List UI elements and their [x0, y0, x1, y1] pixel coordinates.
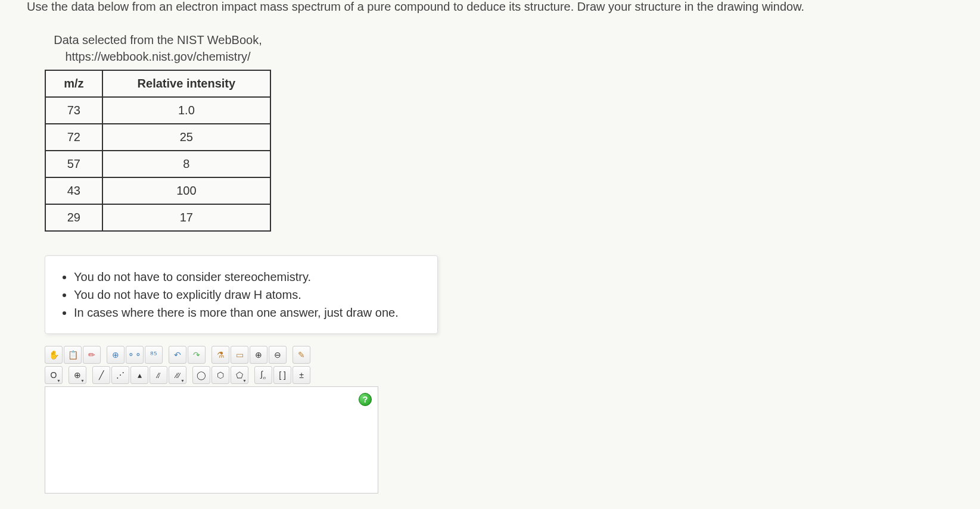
ring-icon: ◯: [197, 370, 206, 380]
cell-ri: 1.0: [102, 97, 270, 124]
table-row: 43 100: [45, 177, 270, 204]
erase-button[interactable]: ✏: [83, 346, 101, 364]
dotted-bond-button[interactable]: ⋰: [111, 366, 129, 384]
hand-icon: ✋: [49, 350, 59, 360]
cell-ri: 8: [102, 151, 270, 177]
clean-button[interactable]: ✎: [293, 346, 310, 364]
single-bond-button[interactable]: ╱: [92, 366, 110, 384]
instructions-box: You do not have to consider stereochemis…: [45, 255, 438, 334]
table-row: 73 1.0: [45, 97, 270, 124]
help-icon: ?: [363, 395, 368, 404]
wedge-bond-button[interactable]: ▴: [130, 366, 148, 384]
zoom-out-button[interactable]: ⊖: [269, 346, 287, 364]
mass-spectrum-table: m/z Relative intensity 73 1.0 72 25 57 8…: [45, 70, 271, 232]
marquee-icon: ▭: [236, 350, 244, 360]
redo-button[interactable]: ↷: [188, 346, 206, 364]
header-relative-intensity: Relative intensity: [102, 70, 270, 97]
instruction-item: In cases where there is more than one an…: [74, 304, 423, 321]
sn-icon: ∫ₙ: [261, 369, 266, 381]
atoms-icon: ⚬⚬: [127, 350, 142, 360]
hexagon-icon: ⬡: [217, 370, 224, 380]
double-bond-icon: ⫽: [154, 370, 163, 380]
undo-icon: ↶: [174, 350, 181, 360]
caption-line-2: https://webbook.nist.gov/chemistry/: [65, 50, 250, 63]
zoom-out-icon: ⊖: [274, 350, 281, 360]
charge-dropdown-button[interactable]: ⊕▼: [69, 366, 86, 384]
group-icon: ⁸⁵: [150, 350, 157, 360]
cell-mz: 43: [45, 177, 102, 204]
triple-bond-dropdown-button[interactable]: ⫻▼: [169, 366, 186, 384]
paste-button[interactable]: 📋: [64, 346, 82, 364]
cell-ri: 17: [102, 204, 270, 231]
erase-icon: ✏: [88, 350, 95, 360]
hand-tool-button[interactable]: ✋: [45, 346, 63, 364]
structure-editor: ✋ 📋 ✏ ⊕ ⚬⚬ ⁸⁵ ↶ ↷ ⚗ ▭ ⊕ ⊖ ✎ O▼: [45, 345, 378, 494]
element-o-label: O: [51, 370, 57, 380]
cell-ri: 25: [102, 124, 270, 151]
plusminus-button[interactable]: ±: [293, 366, 310, 384]
header-mz: m/z: [45, 70, 102, 97]
drawing-canvas[interactable]: ?: [45, 386, 378, 494]
chevron-down-icon: ▼: [80, 379, 85, 383]
redo-icon: ↷: [193, 350, 200, 360]
cell-mz: 29: [45, 204, 102, 231]
cell-ri: 100: [102, 177, 270, 204]
zoom-in-icon: ⊕: [255, 350, 262, 360]
plusminus-icon: ±: [299, 370, 304, 380]
table-row: 72 25: [45, 124, 270, 151]
table-caption: Data selected from the NIST WebBook, htt…: [45, 32, 271, 65]
chevron-down-icon: ▼: [242, 379, 247, 383]
group-button[interactable]: ⁸⁵: [145, 346, 163, 364]
target-icon: ⊕: [112, 350, 119, 360]
double-bond-button[interactable]: ⫽: [150, 366, 167, 384]
chemdraw-button[interactable]: ⚗: [211, 346, 229, 364]
toolbar-row-2: O▼ ⊕▼ ╱ ⋰ ▴ ⫽ ⫻▼ ◯ ⬡ ⬠▼ ∫ₙ [ ] ±: [45, 365, 378, 385]
paste-icon: 📋: [68, 350, 78, 360]
table-row: 57 8: [45, 151, 270, 177]
atoms-button[interactable]: ⚬⚬: [126, 346, 144, 364]
wedge-bond-icon: ▴: [138, 370, 142, 380]
cell-mz: 73: [45, 97, 102, 124]
editor-toolbar: ✋ 📋 ✏ ⊕ ⚬⚬ ⁸⁵ ↶ ↷ ⚗ ▭ ⊕ ⊖ ✎ O▼: [45, 345, 378, 385]
caption-line-1: Data selected from the NIST WebBook,: [54, 33, 262, 46]
bracket-icon: [ ]: [279, 370, 286, 380]
sn-button[interactable]: ∫ₙ: [254, 366, 272, 384]
clean-icon: ✎: [298, 350, 305, 360]
chevron-down-icon: ▼: [181, 379, 185, 383]
ring-1-button[interactable]: ◯: [192, 366, 210, 384]
bracket-button[interactable]: [ ]: [273, 366, 291, 384]
ring-2-button[interactable]: ⬡: [211, 366, 229, 384]
marquee-button[interactable]: ▭: [231, 346, 248, 364]
question-text: Use the data below from an electron impa…: [0, 0, 980, 14]
ring-3-dropdown-button[interactable]: ⬠▼: [231, 366, 248, 384]
toolbar-row-1: ✋ 📋 ✏ ⊕ ⚬⚬ ⁸⁵ ↶ ↷ ⚗ ▭ ⊕ ⊖ ✎: [45, 345, 378, 365]
cell-mz: 57: [45, 151, 102, 177]
dotted-bond-icon: ⋰: [116, 370, 125, 380]
single-bond-icon: ╱: [99, 370, 104, 380]
undo-button[interactable]: ↶: [169, 346, 186, 364]
chemdraw-icon: ⚗: [217, 350, 225, 360]
instruction-item: You do not have to consider stereochemis…: [74, 268, 423, 286]
table-row: 29 17: [45, 204, 270, 231]
instruction-item: You do not have to explicitly draw H ato…: [74, 286, 423, 304]
target-button[interactable]: ⊕: [107, 346, 125, 364]
zoom-in-button[interactable]: ⊕: [250, 346, 267, 364]
cell-mz: 72: [45, 124, 102, 151]
chevron-down-icon: ▼: [57, 379, 61, 383]
help-button[interactable]: ?: [359, 393, 372, 406]
element-dropdown-button[interactable]: O▼: [45, 366, 63, 384]
